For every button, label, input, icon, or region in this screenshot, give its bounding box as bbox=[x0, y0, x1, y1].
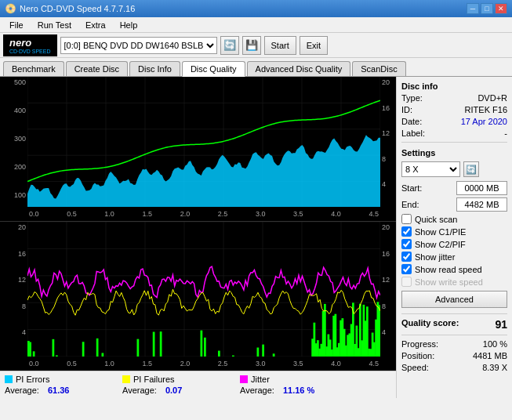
start-button[interactable]: Start bbox=[264, 36, 296, 55]
speed-select[interactable]: 8 X 4 X 12 X 16 X bbox=[401, 161, 460, 177]
disc-label-value: - bbox=[504, 129, 507, 138]
speed-settings-row: 8 X 4 X 12 X 16 X 🔄 bbox=[401, 161, 507, 177]
toolbar: nero CD·DVD SPEED [0:0] BENQ DVD DD DW16… bbox=[0, 33, 512, 58]
exit-button[interactable]: Exit bbox=[300, 36, 328, 55]
show-write-speed-row: Show write speed bbox=[401, 277, 507, 287]
quick-scan-label: Quick scan bbox=[415, 215, 457, 224]
y-axis-left-bottom: 20 16 12 8 4 bbox=[0, 222, 27, 357]
menu-help[interactable]: Help bbox=[114, 19, 144, 31]
pi-errors-avg-value: 61.36 bbox=[48, 386, 70, 395]
refresh-icon[interactable]: 🔄 bbox=[220, 36, 239, 55]
pi-failures-label: PI Failures bbox=[133, 375, 175, 384]
show-c1-pie-checkbox[interactable] bbox=[401, 226, 412, 237]
x-axis-top: 0.00.51.01.52.02.53.03.54.04.5 bbox=[27, 207, 380, 221]
speed-label: Speed: bbox=[401, 363, 429, 372]
menu-run-test[interactable]: Run Test bbox=[31, 19, 78, 31]
settings-title: Settings bbox=[401, 148, 507, 158]
legend-pi-errors: PI Errors Average: 61.36 Maximum: 257 To… bbox=[5, 375, 107, 398]
end-input[interactable] bbox=[456, 197, 507, 212]
top-chart-canvas bbox=[27, 77, 380, 208]
speed-value: 8.39 X bbox=[482, 363, 507, 372]
show-c2-pif-label: Show C2/PIF bbox=[415, 240, 466, 249]
disc-info-title: Disc info bbox=[401, 81, 507, 91]
position-value: 4481 MB bbox=[473, 351, 507, 360]
y-top-500: 500 bbox=[14, 78, 26, 86]
tab-scan-disc[interactable]: ScanDisc bbox=[352, 61, 405, 76]
quick-scan-checkbox[interactable] bbox=[401, 214, 412, 224]
pi-failures-max-value: 15 bbox=[171, 396, 180, 398]
divider-2 bbox=[401, 313, 507, 314]
yr-top-16: 16 bbox=[382, 104, 390, 112]
progress-row: Progress: 100 % bbox=[401, 339, 507, 349]
menu-file[interactable]: File bbox=[3, 19, 30, 31]
start-label: Start: bbox=[401, 183, 433, 193]
progress-value: 100 % bbox=[483, 339, 507, 349]
logo: nero CD·DVD SPEED bbox=[3, 34, 57, 56]
position-label: Position: bbox=[401, 351, 434, 360]
jitter-color-dot bbox=[240, 375, 248, 383]
pi-errors-label: PI Errors bbox=[16, 375, 49, 384]
divider-3 bbox=[401, 335, 507, 335]
pi-failures-avg-label: Average: bbox=[122, 386, 157, 395]
jitter-label: Jitter bbox=[251, 375, 270, 384]
legend-jitter: Jitter Average: 11.16 % Maximum: 14.2 % … bbox=[240, 375, 342, 398]
title-bar: 📀 Nero CD-DVD Speed 4.7.7.16 ─ □ ✕ bbox=[0, 0, 512, 17]
y-axis-left-top: 500 400 300 200 100 bbox=[0, 77, 27, 221]
x-axis-bottom: 0.00.51.01.52.02.53.03.54.04.5 bbox=[27, 357, 380, 371]
advanced-button[interactable]: Advanced bbox=[401, 291, 507, 308]
id-label: ID: bbox=[401, 105, 433, 114]
show-jitter-label: Show jitter bbox=[415, 252, 455, 262]
y-top-100: 100 bbox=[14, 191, 26, 199]
yr-top-12: 12 bbox=[382, 129, 390, 137]
pi-failures-color-dot bbox=[122, 375, 130, 383]
drive-selector[interactable]: [0:0] BENQ DVD DD DW1640 BSLB bbox=[60, 37, 217, 54]
end-label: End: bbox=[401, 200, 433, 209]
jitter-max-label: Maximum: bbox=[240, 396, 280, 398]
y-top-300: 300 bbox=[14, 135, 26, 143]
right-panel: Disc info Type: DVD+R ID: RITEK F16 Date… bbox=[396, 77, 512, 398]
show-read-speed-row: Show read speed bbox=[401, 264, 507, 274]
main-content: 500 400 300 200 100 20 16 12 8 4 0.00.51… bbox=[0, 77, 512, 398]
tab-disc-quality[interactable]: Disc Quality bbox=[182, 61, 245, 77]
minimize-button[interactable]: ─ bbox=[467, 3, 479, 14]
position-row: Position: 4481 MB bbox=[401, 351, 507, 360]
show-c2-pif-checkbox[interactable] bbox=[401, 239, 412, 249]
menu-extra[interactable]: Extra bbox=[79, 19, 112, 31]
date-value: 17 Apr 2020 bbox=[461, 117, 507, 126]
disc-label-label: Label: bbox=[401, 129, 433, 138]
chart-bottom: 20 16 12 8 4 20 16 12 8 4 0.00.51.01.52.… bbox=[0, 222, 396, 371]
pi-failures-max-label: Maximum: bbox=[122, 396, 162, 398]
type-value: DVD+R bbox=[478, 93, 507, 103]
tab-create-disc[interactable]: Create Disc bbox=[66, 61, 128, 76]
yr-top-4: 4 bbox=[382, 180, 386, 188]
tab-benchmark[interactable]: Benchmark bbox=[3, 61, 64, 76]
jitter-avg-label: Average: bbox=[240, 386, 274, 395]
settings-refresh-icon[interactable]: 🔄 bbox=[463, 161, 479, 177]
show-read-speed-label: Show read speed bbox=[415, 265, 482, 274]
show-jitter-row: Show jitter bbox=[401, 252, 507, 262]
show-read-speed-checkbox[interactable] bbox=[401, 264, 412, 274]
tab-disc-info[interactable]: Disc Info bbox=[129, 61, 180, 76]
tab-advanced-disc-quality[interactable]: Advanced Disc Quality bbox=[247, 61, 351, 76]
menu-bar: File Run Test Extra Help bbox=[0, 17, 512, 33]
show-write-speed-checkbox bbox=[401, 277, 412, 287]
divider-1 bbox=[401, 142, 507, 143]
quality-label: Quality score: bbox=[401, 318, 459, 331]
legend-area: PI Errors Average: 61.36 Maximum: 257 To… bbox=[0, 371, 396, 398]
close-button[interactable]: ✕ bbox=[495, 3, 507, 14]
date-label: Date: bbox=[401, 117, 433, 126]
yr-top-20: 20 bbox=[382, 78, 390, 86]
speed-row: Speed: 8.39 X bbox=[401, 363, 507, 372]
start-input[interactable] bbox=[456, 181, 507, 195]
maximize-button[interactable]: □ bbox=[481, 3, 493, 14]
show-jitter-checkbox[interactable] bbox=[401, 252, 412, 262]
show-c1-pie-label: Show C1/PIE bbox=[415, 227, 466, 237]
yr-top-8: 8 bbox=[382, 155, 386, 163]
chart-top: 500 400 300 200 100 20 16 12 8 4 0.00.51… bbox=[0, 77, 396, 222]
type-label: Type: bbox=[401, 93, 433, 103]
show-c2-pif-row: Show C2/PIF bbox=[401, 239, 507, 249]
save-icon[interactable]: 💾 bbox=[242, 36, 261, 55]
jitter-max-value: 14.2 % bbox=[289, 396, 315, 398]
id-value: RITEK F16 bbox=[465, 105, 507, 114]
y-top-400: 400 bbox=[14, 107, 26, 114]
